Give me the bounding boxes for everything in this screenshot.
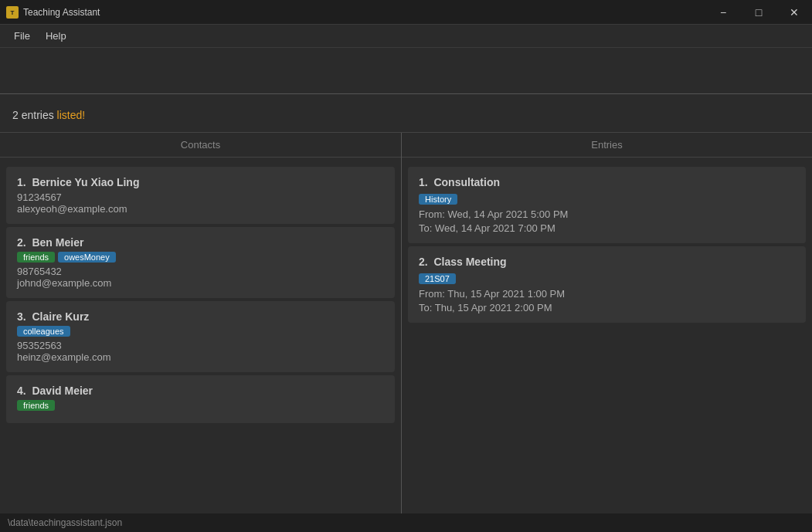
entries-list: 1. Consultation History From: Wed, 14 Ap… (402, 158, 812, 513)
contact-2-email: johnd@example.com (17, 277, 384, 289)
contact-card-1[interactable]: 1. Bernice Yu Xiao Ling 91234567 alexyeo… (6, 167, 395, 224)
status-bar: 2 entries listed! (0, 94, 812, 133)
toolbar (0, 48, 812, 94)
contact-3-name: 3. Claire Kurz (17, 310, 384, 323)
footer-path: \data\teachingassistant.json (8, 517, 122, 528)
contact-2-tags: friends owesMoney (17, 252, 384, 263)
contact-1-phone: 91234567 (17, 191, 384, 203)
contacts-list: 1. Bernice Yu Xiao Ling 91234567 alexyeo… (0, 158, 401, 513)
contact-2-name: 2. Ben Meier (17, 236, 384, 249)
entry-1-tag-row: History (419, 191, 795, 205)
status-prefix: 2 entries (12, 109, 57, 121)
contact-3-email: heinz@example.com (17, 351, 384, 363)
contact-card-4[interactable]: 4. David Meier friends (6, 375, 395, 423)
menu-help[interactable]: Help (38, 27, 74, 45)
tag-owesmoney: owesMoney (58, 252, 116, 263)
minimize-button[interactable]: − (705, 0, 741, 25)
contacts-header: Contacts (0, 133, 401, 158)
entry-1-title: 1. Consultation (419, 176, 795, 188)
app-title: Teaching Assistant (23, 7, 100, 18)
entry-1-tag: History (419, 194, 457, 205)
tag-colleagues: colleagues (17, 326, 70, 337)
title-bar-left: T Teaching Assistant (6, 6, 100, 19)
status-text: 2 entries listed! (12, 109, 85, 121)
entries-header: Entries (402, 133, 812, 158)
entry-2-tag: 21S07 (419, 273, 456, 284)
entry-2-title: 2. Class Meeting (419, 256, 795, 268)
contact-1-name: 1. Bernice Yu Xiao Ling (17, 176, 384, 188)
entry-1-from: From: Wed, 14 Apr 2021 5:00 PM (419, 208, 795, 220)
status-highlight: listed! (57, 109, 86, 121)
main-content: Contacts 1. Bernice Yu Xiao Ling 9123456… (0, 133, 812, 513)
tag-friends-4: friends (17, 400, 55, 411)
contact-3-phone: 95352563 (17, 340, 384, 351)
entry-2-to: To: Thu, 15 Apr 2021 2:00 PM (419, 302, 795, 313)
contact-4-tags: friends (17, 400, 384, 411)
title-bar: T Teaching Assistant − □ ✕ (0, 0, 812, 25)
entry-1-to: To: Wed, 14 Apr 2021 7:00 PM (419, 222, 795, 234)
contact-1-email: alexyeoh@example.com (17, 203, 384, 215)
entry-card-2[interactable]: 2. Class Meeting 21S07 From: Thu, 15 Apr… (408, 246, 806, 323)
window-controls: − □ ✕ (705, 0, 812, 25)
contacts-panel: Contacts 1. Bernice Yu Xiao Ling 9123456… (0, 133, 402, 513)
menu-file[interactable]: File (6, 27, 38, 45)
tag-friends: friends (17, 252, 55, 263)
contact-2-phone: 98765432 (17, 266, 384, 277)
entries-panel: Entries 1. Consultation History From: We… (402, 133, 812, 513)
entry-card-1[interactable]: 1. Consultation History From: Wed, 14 Ap… (408, 167, 806, 243)
entry-2-from: From: Thu, 15 Apr 2021 1:00 PM (419, 288, 795, 300)
footer-status: \data\teachingassistant.json (0, 513, 812, 532)
entry-2-tag-row: 21S07 (419, 271, 795, 285)
app-icon: T (6, 6, 19, 19)
svg-text:T: T (11, 9, 15, 16)
close-button[interactable]: ✕ (776, 0, 812, 25)
contact-card-2[interactable]: 2. Ben Meier friends owesMoney 98765432 … (6, 227, 395, 298)
maximize-button[interactable]: □ (741, 0, 776, 25)
menu-bar: File Help (0, 25, 812, 48)
contact-4-name: 4. David Meier (17, 385, 384, 397)
contact-card-3[interactable]: 3. Claire Kurz colleagues 95352563 heinz… (6, 301, 395, 372)
contact-3-tags: colleagues (17, 326, 384, 337)
